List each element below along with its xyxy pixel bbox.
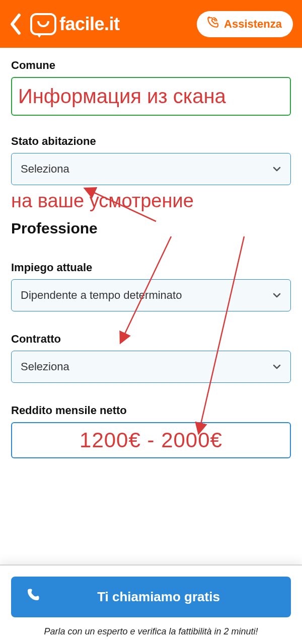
contratto-select[interactable]: Seleziona — [11, 351, 291, 383]
impiego-value: Dipendente a tempo determinato — [21, 289, 182, 302]
logo[interactable]: facile.it — [30, 13, 190, 35]
phone-icon — [206, 16, 219, 32]
comune-value: Информация из скана — [18, 85, 284, 108]
call-button[interactable]: Ti chiamiamo gratis — [11, 577, 291, 617]
stato-abitazione-label: Stato abitazione — [11, 135, 291, 148]
comune-label: Comune — [11, 59, 291, 72]
impiego-select[interactable]: Dipendente a tempo determinato — [11, 279, 291, 311]
assistance-button[interactable]: Assistenza — [197, 11, 293, 37]
stato-abitazione-value: Seleziona — [21, 163, 69, 176]
reddito-input[interactable]: 1200€ - 2000€ — [11, 422, 291, 458]
assistance-label: Assistenza — [224, 18, 282, 31]
contratto-label: Contratto — [11, 333, 291, 346]
reddito-label: Reddito mensile netto — [11, 404, 291, 417]
stato-abitazione-select[interactable]: Seleziona — [11, 153, 291, 185]
chevron-down-icon — [272, 291, 281, 300]
professione-heading: Professione — [11, 220, 291, 237]
contratto-value: Seleziona — [21, 360, 69, 373]
form-content: Comune Информация из скана Stato abitazi… — [0, 48, 302, 458]
call-button-label: Ti chiamiamo gratis — [37, 589, 280, 605]
chevron-down-icon — [272, 362, 281, 371]
reddito-value: 1200€ - 2000€ — [80, 428, 222, 452]
logo-icon — [30, 13, 56, 35]
footer-bar: Ti chiamiamo gratis Parla con un esperto… — [0, 565, 302, 644]
chevron-down-icon — [272, 165, 281, 174]
comune-input[interactable]: Информация из скана — [11, 77, 291, 116]
back-icon[interactable] — [9, 13, 23, 35]
annotation-text: на ваше усмотрение — [11, 190, 291, 212]
footer-note: Parla con un esperto e verifica la fatti… — [11, 626, 291, 637]
app-header: facile.it Assistenza — [0, 0, 302, 48]
impiego-label: Impiego attuale — [11, 261, 291, 274]
logo-text: facile.it — [59, 14, 120, 35]
